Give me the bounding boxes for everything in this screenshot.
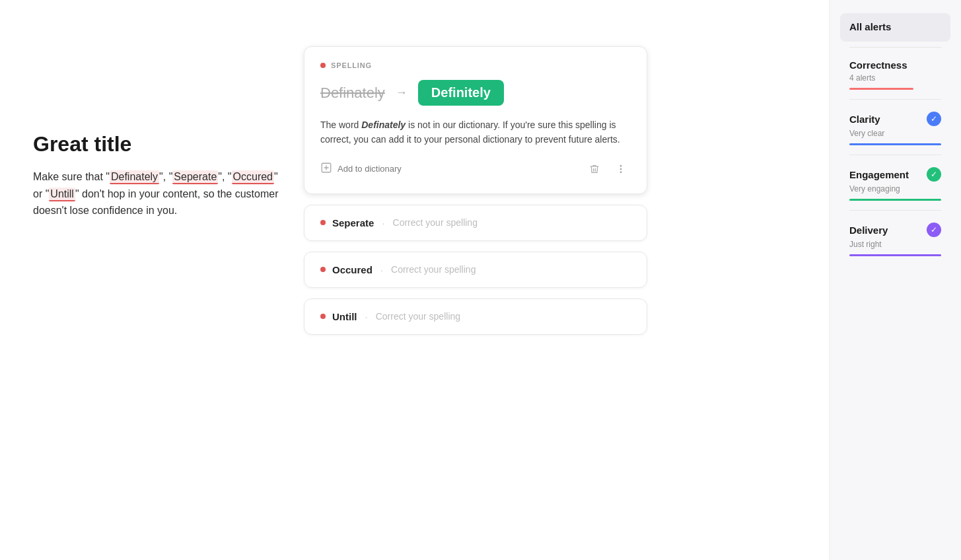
sidebar-item-clarity[interactable]: Clarity ✓ Very clear (840, 102, 950, 152)
misspelled-definately[interactable]: Definately (110, 170, 159, 184)
all-alerts-label: All alerts (849, 21, 941, 32)
minor-dot-2 (320, 267, 326, 272)
clarity-title: Clarity (849, 114, 880, 125)
delivery-sub: Just right (849, 240, 941, 249)
misspelled-seperate[interactable]: Seperate (172, 170, 218, 184)
delete-button[interactable] (585, 159, 604, 179)
dict-icon (320, 162, 332, 176)
divider-3 (849, 155, 941, 155)
add-to-dict-button[interactable]: Add to dictionary (320, 162, 402, 176)
corrected-word[interactable]: Definitely (418, 80, 504, 106)
misspelled-occured[interactable]: Occured (232, 170, 274, 184)
minor-dot-3 (320, 314, 326, 319)
text-content-panel: Great title Make sure that "Definately",… (33, 26, 284, 534)
active-alert-card: SPELLING Definately → Definitely The wor… (304, 46, 647, 194)
delivery-bar (849, 254, 941, 256)
delivery-check-icon: ✓ (927, 223, 941, 237)
minor-alert-occured[interactable]: Occured · Correct your spelling (304, 252, 647, 288)
engagement-check-icon: ✓ (927, 167, 941, 182)
alerts-panel: SPELLING Definately → Definitely The wor… (304, 26, 647, 534)
correctness-title: Correctness (849, 59, 908, 71)
clarity-check-icon: ✓ (927, 112, 941, 126)
minor-word-seperate: Seperate (332, 217, 374, 228)
add-to-dict-label: Add to dictionary (338, 164, 402, 174)
arrow-icon: → (396, 86, 408, 100)
bold-word: Definately (361, 120, 406, 130)
minor-word-untill: Untill (332, 311, 357, 322)
sidebar-item-delivery[interactable]: Delivery ✓ Just right (840, 213, 950, 263)
original-word: Definately (320, 85, 385, 102)
minor-alert-seperate[interactable]: Seperate · Correct your spelling (304, 205, 647, 241)
correctness-sub: 4 alerts (849, 73, 941, 83)
engagement-sub: Very engaging (849, 184, 941, 193)
misspelled-untill[interactable]: Untill (49, 188, 75, 201)
engagement-title: Engagement (849, 169, 909, 180)
sidebar-item-engagement[interactable]: Engagement ✓ Very engaging (840, 158, 950, 207)
sidebar-item-all-alerts[interactable]: All alerts (840, 13, 950, 42)
divider-2 (849, 99, 941, 100)
minor-action-occured: Correct your spelling (391, 264, 476, 275)
divider-4 (849, 210, 941, 211)
svg-point-5 (620, 172, 622, 173)
minor-action-seperate: Correct your spelling (393, 217, 478, 228)
text-body: Make sure that "Definately", "Seperate",… (33, 168, 284, 219)
correctness-bar (849, 88, 913, 90)
alert-actions: Add to dictionary (320, 159, 631, 179)
alert-description: The word Definately is not in our dictio… (320, 118, 631, 147)
correction-row: Definately → Definitely (320, 80, 631, 106)
spelling-dot (320, 63, 326, 68)
svg-point-4 (620, 168, 622, 170)
clarity-bar (849, 143, 941, 145)
sidebar-item-correctness[interactable]: Correctness 4 alerts (840, 50, 950, 96)
clarity-sub: Very clear (849, 129, 941, 138)
minor-alert-untill[interactable]: Untill · Correct your spelling (304, 298, 647, 335)
minor-word-occured: Occured (332, 264, 373, 275)
more-options-button[interactable] (611, 159, 631, 179)
svg-point-3 (620, 165, 622, 166)
main-area: Great title Make sure that "Definately",… (0, 0, 829, 560)
spelling-label-text: SPELLING (331, 61, 372, 69)
spelling-label: SPELLING (320, 61, 631, 69)
right-sidebar: All alerts Correctness 4 alerts Clarity … (829, 0, 961, 560)
page-title: Great title (33, 132, 284, 157)
divider-1 (849, 47, 941, 48)
delivery-title: Delivery (849, 225, 888, 236)
action-icons (585, 159, 631, 179)
minor-dot (320, 220, 326, 225)
minor-action-untill: Correct your spelling (376, 311, 460, 322)
engagement-bar (849, 199, 941, 201)
